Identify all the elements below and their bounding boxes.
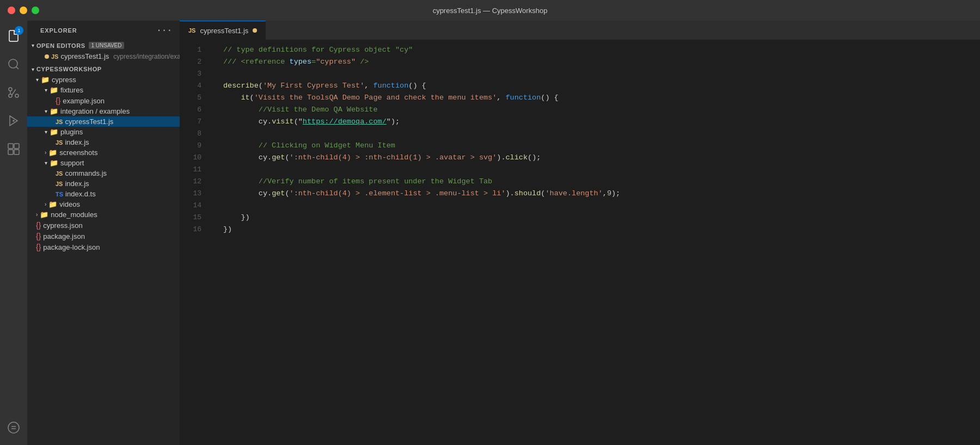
tab-filename: cypressTest1.js [200,27,248,35]
sidebar: Explorer ··· ▾ OPEN EDITORS 1 UNSAVED JS… [27,21,180,445]
explorer-activity-icon[interactable]: 1 [1,23,27,49]
code-content[interactable]: // type definitions for Cypress object "… [210,40,980,445]
package-lock-json-label: package-lock.json [43,243,100,251]
code-line-15: }) [210,212,980,224]
open-editor-path: cypress/integration/examples [113,53,180,60]
js-file-icon: JS [51,53,58,60]
svg-rect-8 [14,144,19,149]
minimize-button[interactable] [20,7,27,14]
cypress-json-label: cypress.json [43,221,82,230]
tab-bar: JS cypressTest1.js [180,21,980,40]
svg-rect-7 [8,144,13,149]
tree-item-node-modules[interactable]: › 📁 node_modules [27,209,180,220]
line-numbers: 1 2 3 4 5 6 7 8 9 10 11 12 13 14 15 16 [180,40,210,445]
open-editors-chevron: ▾ [32,42,34,48]
line-num-12: 12 [180,176,210,188]
line-num-1: 1 [180,44,210,56]
tree-item-support-index[interactable]: JS index.js [27,178,180,189]
code-line-8 [210,128,980,140]
traffic-lights [8,7,39,14]
svg-line-1 [16,67,19,69]
cypress-json-icon: {} [36,221,41,230]
cypress-folder-icon: 📁 [41,76,50,84]
tree-item-videos[interactable]: › 📁 videos [27,199,180,209]
open-editors-header[interactable]: ▾ OPEN EDITORS 1 UNSAVED [27,40,180,51]
videos-chevron: › [45,201,46,207]
code-line-10: cy.get(':nth-child(4) > :nth-child(1) > … [210,152,980,164]
editor-tab[interactable]: JS cypressTest1.js [180,21,266,40]
plugins-index-js-icon: JS [56,139,63,146]
tree-item-cypress[interactable]: ▾ 📁 cypress [27,75,180,85]
tree-item-plugins-index[interactable]: JS index.js [27,137,180,147]
tree-item-screenshots[interactable]: › 📁 screenshots [27,147,180,158]
svg-point-4 [9,94,12,97]
fixtures-folder-icon: 📁 [50,86,58,94]
cypress-test1-label: cypressTest1.js [65,118,113,126]
tree-item-package-json[interactable]: {} package.json [27,231,180,242]
open-editors-label: OPEN EDITORS [36,42,85,49]
integration-chevron: ▾ [45,108,47,114]
run-activity-icon[interactable] [1,108,27,134]
sidebar-actions: ··· [155,24,173,36]
package-json-icon: {} [36,232,41,240]
maximize-button[interactable] [32,7,39,14]
integration-folder-label: integration / examples [60,107,130,115]
tree-item-cypress-json[interactable]: {} cypress.json [27,220,180,231]
tree-item-fixtures[interactable]: ▾ 📁 fixtures [27,85,180,95]
line-num-8: 8 [180,128,210,140]
window-title: cypressTest1.js — CypessWorkshop [433,7,548,15]
code-line-2: /// <reference types="cypress" /> [210,56,980,68]
line-num-16: 16 [180,224,210,236]
tab-modified-dot [253,28,257,33]
svg-rect-9 [8,150,13,154]
plugins-chevron: ▾ [45,129,47,135]
sidebar-header: Explorer ··· [27,21,180,40]
tree-item-support[interactable]: ▾ 📁 support [27,158,180,168]
unsaved-badge: 1 UNSAVED [89,42,125,49]
svg-point-2 [15,94,19,97]
support-index-label: index.js [65,180,89,188]
fixtures-chevron: ▾ [45,87,47,93]
svg-rect-10 [14,150,19,154]
node-modules-label: node_modules [51,211,97,219]
code-line-9: // Clicking on Widget Menu Item [210,140,980,152]
code-editor[interactable]: 1 2 3 4 5 6 7 8 9 10 11 12 13 14 15 16 /… [180,40,980,445]
fixtures-folder-label: fixtures [60,86,83,94]
support-index-js-icon: JS [56,181,63,187]
cypress-folder-label: cypress [52,76,76,84]
tree-item-integration[interactable]: ▾ 📁 integration / examples [27,106,180,116]
line-num-11: 11 [180,164,210,176]
code-line-14 [210,200,980,212]
tree-item-package-lock-json[interactable]: {} package-lock.json [27,242,180,252]
search-activity-icon[interactable] [1,51,27,77]
close-button[interactable] [8,7,15,14]
extensions-activity-icon[interactable] [1,136,27,162]
sidebar-title: Explorer [40,27,77,34]
tree-item-index-d-ts[interactable]: TS index.d.ts [27,189,180,199]
index-d-ts-icon: TS [56,191,63,197]
line-num-3: 3 [180,68,210,80]
support-chevron: ▾ [45,160,47,166]
screenshots-folder-label: screenshots [59,149,97,157]
commands-js-icon: JS [56,170,63,177]
line-num-15: 15 [180,212,210,224]
source-control-activity-icon[interactable] [1,79,27,106]
svg-point-6 [13,120,14,121]
workspace-root-header[interactable]: ▾ CYPESSWORKSHOP [27,64,180,75]
node-modules-folder-icon: 📁 [40,211,48,219]
code-line-16: }) [210,224,980,236]
activity-bar: 1 [0,21,27,445]
docker-activity-icon[interactable] [1,415,27,441]
tree-item-cypress-test1[interactable]: JS cypressTest1.js [27,116,180,127]
sidebar-content[interactable]: ▾ OPEN EDITORS 1 UNSAVED JS cypressTest1… [27,40,180,445]
json-icon: {} [56,96,60,105]
code-line-4: describe('My First Cypress Test', functi… [210,80,980,92]
open-editor-file[interactable]: JS cypressTest1.js cypress/integration/e… [27,51,180,61]
tree-item-commands[interactable]: JS commands.js [27,168,180,178]
more-actions-button[interactable]: ··· [155,24,173,36]
tree-item-example-json[interactable]: {} example.json [27,95,180,106]
title-bar: cypressTest1.js — CypessWorkshop [0,0,980,21]
code-line-12: //Verify number of items present under t… [210,176,980,188]
plugins-index-label: index.js [65,138,89,146]
tree-item-plugins[interactable]: ▾ 📁 plugins [27,127,180,137]
